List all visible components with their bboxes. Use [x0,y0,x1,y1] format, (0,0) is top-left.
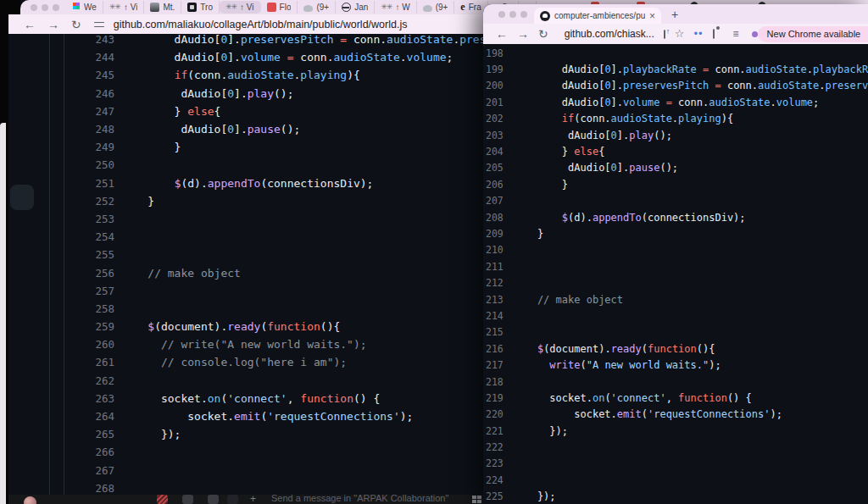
line-number[interactable]: 268 [8,482,114,495]
line-number[interactable]: 218 [483,376,511,388]
line-number[interactable]: 267 [8,464,114,477]
line-number[interactable]: 209 [483,228,511,240]
pinned-tab[interactable]: ✳✳↑ W [375,1,416,14]
boost-icon[interactable] [157,495,168,504]
line-number[interactable]: 266 [8,446,114,458]
line-number[interactable]: 261 [8,356,114,368]
line-number[interactable]: 223 [483,457,511,469]
reload-icon[interactable]: ↻ [71,19,81,30]
line-number[interactable]: 211 [483,261,511,273]
sticker-icon[interactable] [208,495,219,504]
line-number[interactable]: 215 [483,326,511,338]
line-number[interactable]: 210 [483,244,511,256]
minimize-window-button[interactable] [509,11,516,18]
line-number[interactable]: 265 [8,428,114,440]
line-number[interactable]: 250 [8,158,114,171]
line-number[interactable]: 245 [8,69,114,81]
line-number[interactable]: 253 [8,213,114,225]
zoom-window-button[interactable] [520,11,527,18]
line-number[interactable]: 217 [483,359,511,371]
line-number[interactable]: 264 [8,410,114,423]
pinned-tab[interactable]: Tro [181,1,220,14]
line-number[interactable]: 244 [8,51,114,64]
line-number[interactable]: 202 [483,113,511,125]
line-number[interactable]: 205 [483,162,511,174]
line-number[interactable]: 249 [8,141,114,153]
pinned-tab[interactable]: Flo [261,1,298,14]
line-number[interactable]: 214 [483,310,511,322]
tab-computer-ambiences[interactable]: computer-ambiences/public/ × [534,8,661,24]
line-number[interactable]: 222 [483,441,511,453]
close-tab-icon[interactable]: × [649,11,655,21]
e-icon: e [460,3,465,12]
reload-icon[interactable]: ↻ [538,28,548,40]
pinned-tab[interactable]: Jan [336,1,375,14]
pinned-tab[interactable]: We [66,1,103,14]
line-number[interactable]: 248 [8,123,114,136]
new-tab-icon[interactable]: + [671,8,678,20]
gif-icon[interactable] [182,495,193,504]
line-number[interactable]: 220 [483,408,511,420]
line-number[interactable]: 216 [483,343,511,355]
line-number[interactable]: 246 [8,87,114,100]
emoji-icon[interactable] [227,495,238,504]
apps-grid-icon[interactable] [472,496,481,503]
line-number[interactable]: 252 [8,195,114,208]
line-number[interactable]: 259 [8,320,114,333]
globe-icon [342,3,351,12]
line-number[interactable]: 247 [8,105,114,118]
pinned-tab[interactable]: (9+ [417,1,455,14]
line-number[interactable]: 201 [483,97,511,108]
line-number[interactable]: 221 [483,425,511,437]
line-number[interactable]: 262 [8,374,114,387]
line-number[interactable]: 200 [483,80,511,91]
line-number[interactable]: 225 [483,490,511,502]
right-tab-strip: computer-ambiences/public/ × + [483,4,868,24]
pinned-tab[interactable]: ✳✳↑ Vi [220,1,261,14]
line-number[interactable]: 213 [483,294,511,306]
code-line: 225 }); [483,489,868,504]
pinned-tab[interactable]: (9+ [298,1,336,14]
code-text: } [121,141,181,153]
minimize-window-button[interactable] [42,4,48,11]
line-number[interactable]: 208 [483,212,511,224]
line-number[interactable]: 256 [8,267,114,280]
line-number[interactable]: 206 [483,179,511,191]
site-settings-icon[interactable] [93,19,105,30]
forward-icon[interactable]: → [517,28,529,40]
attach-plus-icon[interactable]: + [248,495,259,504]
pinned-tab[interactable]: ✳✳↑ Vi [103,1,145,14]
extensions-puzzle-icon[interactable] [713,29,715,39]
line-number[interactable]: 212 [483,277,511,289]
address-bar-url[interactable]: github.com/maliakuo/collageArt/blob/main… [114,19,408,30]
code-line: 218 [483,374,868,390]
zoom-window-button[interactable] [53,4,59,11]
line-number[interactable]: 204 [483,146,511,158]
line-number[interactable]: 251 [8,177,114,190]
line-number[interactable]: 198 [483,47,511,59]
back-icon[interactable]: ← [496,28,508,40]
line-number[interactable]: 257 [8,285,114,297]
reading-list-icon[interactable]: ≡ [733,29,739,39]
line-number[interactable]: 263 [8,392,114,405]
share-icon[interactable] [664,30,665,39]
line-number[interactable]: 258 [8,302,114,315]
line-number[interactable]: 207 [483,195,511,207]
line-number[interactable]: 254 [8,230,114,243]
close-window-button[interactable] [31,4,37,11]
address-bar-url[interactable]: github.com/chiask... [565,28,654,40]
line-number[interactable]: 243 [8,34,114,46]
line-number[interactable]: 255 [8,248,114,261]
bookmark-star-icon[interactable]: ☆ [675,28,685,40]
pinned-tab[interactable]: Mt. [144,1,181,14]
line-number[interactable]: 219 [483,392,511,404]
chrome-update-button[interactable]: New Chrome available ⋮ [758,26,868,42]
line-number[interactable]: 203 [483,130,511,141]
back-icon[interactable]: ← [24,19,36,30]
line-number[interactable]: 199 [483,64,511,75]
close-window-button[interactable] [498,11,505,18]
forward-icon[interactable]: → [47,19,59,30]
line-number[interactable]: 224 [483,474,511,486]
extension-dots-icon[interactable]: •• [693,30,703,38]
line-number[interactable]: 260 [8,338,114,351]
